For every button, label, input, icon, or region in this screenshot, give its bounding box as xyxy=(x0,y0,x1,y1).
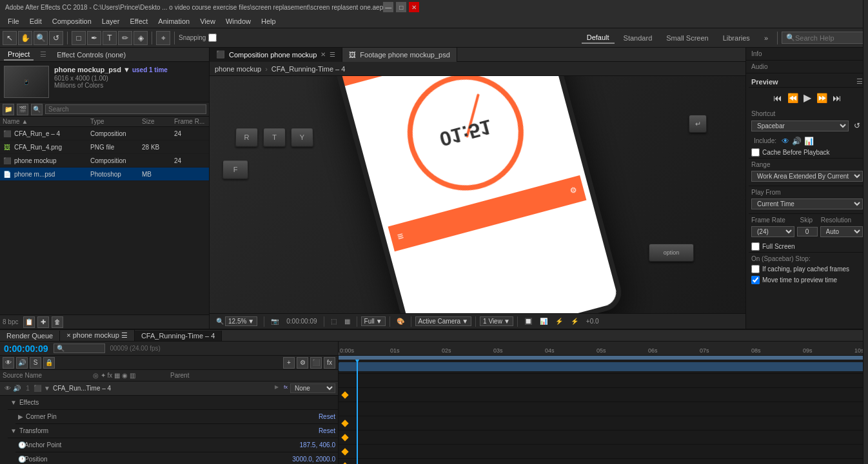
position-row[interactable]: 🕐 Position 3000.0, 2000.0 xyxy=(15,452,338,464)
menu-effect[interactable]: Effect xyxy=(124,16,153,26)
transform-row[interactable]: ▼ Transform Reset xyxy=(8,424,338,438)
move-time-checkbox[interactable] xyxy=(751,276,760,284)
keyframe-anchor-1[interactable] xyxy=(341,420,348,427)
if-caching-checkbox[interactable] xyxy=(751,265,760,273)
new-item-button[interactable]: ✚ xyxy=(37,316,49,328)
list-item[interactable]: ⬛phone mockup Composition 24 xyxy=(0,154,209,168)
menu-window[interactable]: Window xyxy=(221,16,256,26)
layer-audio[interactable]: 🔊 xyxy=(13,385,22,392)
menu-layer[interactable]: Layer xyxy=(97,16,125,26)
zoom-control[interactable]: 🔍 12.5% ▼ xyxy=(213,316,260,326)
timeline-scrollbar-right[interactable] xyxy=(863,0,868,464)
menu-view[interactable]: View xyxy=(195,16,221,26)
anchor-point-value[interactable]: 187.5, 406.0 xyxy=(299,441,335,449)
menu-edit[interactable]: Edit xyxy=(25,16,47,26)
shortcut-reset-button[interactable]: ↺ xyxy=(851,120,863,131)
more-buttons[interactable]: ⬛ xyxy=(310,357,322,369)
comp-tab-close[interactable]: ✕ xyxy=(321,51,326,58)
find-button[interactable]: 🔍 xyxy=(31,104,43,115)
fast-preview[interactable]: ⚡ xyxy=(568,318,581,325)
play-from-dropdown[interactable]: Current Time xyxy=(751,198,863,209)
frame-rate-dropdown[interactable]: (24) xyxy=(751,226,794,237)
switch-1[interactable]: ▶ xyxy=(272,384,281,393)
tool-rotate[interactable]: ↺ xyxy=(49,31,63,45)
tool-hand[interactable]: ✋ xyxy=(18,31,32,45)
tab-project[interactable]: Project xyxy=(4,49,34,61)
first-frame-button[interactable]: ⏮ xyxy=(772,92,784,104)
track-content-layer-1[interactable] xyxy=(339,362,868,371)
timecode-display[interactable]: 0:00:00:09 xyxy=(4,343,48,354)
workspace-small-screen[interactable]: Small Screen xyxy=(661,33,713,43)
comp-tab-phone-mockup[interactable]: ⬛ Composition phone mockup ✕ ☰ xyxy=(210,48,342,62)
layer-visibility[interactable]: 👁 xyxy=(3,385,13,392)
menu-file[interactable]: File xyxy=(3,16,25,26)
keyframe-scale-1[interactable] xyxy=(341,448,348,455)
timeline-ruler[interactable]: 0:00s 01s 02s 03s 04s 05s 06s 07s 08s 09… xyxy=(339,342,868,356)
transform-reset[interactable]: Reset xyxy=(319,427,335,434)
tool-zoom[interactable]: 🔍 xyxy=(34,31,48,45)
menu-animation[interactable]: Animation xyxy=(153,16,195,26)
skip-input[interactable] xyxy=(797,227,818,237)
effects-expand[interactable]: ▼ xyxy=(10,399,17,406)
render-button[interactable]: 🔲 xyxy=(522,318,535,325)
keyframe-pos-1[interactable] xyxy=(341,434,348,441)
fx-toggle[interactable]: fx xyxy=(324,357,335,369)
anchor-point-row[interactable]: 🕐 Anchor Point 187.5, 406.0 xyxy=(15,438,338,452)
zoom-dropdown[interactable]: 12.5% ▼ xyxy=(225,316,257,326)
color-picker[interactable]: 🎨 xyxy=(394,318,407,325)
minimize-button[interactable]: — xyxy=(383,2,393,12)
tl-tab-phone-mockup[interactable]: × phone mockup ☰ xyxy=(60,330,135,341)
search-help-box[interactable]: 🔍 xyxy=(782,32,865,44)
audio-include-icon[interactable]: 🔊 xyxy=(792,137,802,146)
next-frame-button[interactable]: ⏩ xyxy=(815,92,829,104)
tool-select[interactable]: ↖ xyxy=(3,31,17,45)
corner-pin-reset[interactable]: Reset xyxy=(319,413,335,420)
workspace-default[interactable]: Default xyxy=(582,32,615,44)
maximize-button[interactable]: □ xyxy=(396,2,406,12)
list-item[interactable]: ⬛CFA_Run_e – 4 Composition 24 xyxy=(0,127,209,140)
tool-brush[interactable]: ✏ xyxy=(118,31,132,45)
region-of-interest[interactable]: ⬚ xyxy=(328,318,339,325)
timeline-tracks[interactable] xyxy=(339,360,868,464)
tool-shape[interactable]: □ xyxy=(72,31,86,45)
layer-row[interactable]: 👁 🔊 1 ⬛ ▼ CFA_Run...Time – 4 ▶ fx None xyxy=(0,382,338,396)
search-help-input[interactable] xyxy=(795,34,861,42)
opengl-mode[interactable]: ⚡ xyxy=(553,318,566,325)
keyframe-1[interactable] xyxy=(341,391,348,398)
menu-composition[interactable]: Composition xyxy=(47,16,97,26)
list-item[interactable]: 📄phone m...psd Photoshop MB xyxy=(0,168,209,181)
delete-button[interactable]: 🗑 xyxy=(52,316,63,328)
anchor-stopwatch[interactable]: 🕐 xyxy=(18,441,25,449)
lock-toggle[interactable]: 🔒 xyxy=(43,357,55,369)
workspace-libraries[interactable]: Libraries xyxy=(718,33,755,43)
audio-toggle[interactable]: 🔊 xyxy=(16,357,28,369)
menu-help[interactable]: Help xyxy=(256,16,281,26)
fullscreen-checkbox[interactable] xyxy=(751,242,760,251)
tab-effect-controls[interactable]: Effect Controls (none) xyxy=(53,50,130,60)
cache-checkbox[interactable] xyxy=(751,148,760,157)
transparency-grid[interactable]: ▦ xyxy=(342,318,353,325)
project-search-input[interactable] xyxy=(45,104,206,114)
comp-tab-menu-icon[interactable]: ☰ xyxy=(330,51,335,58)
workspace-more[interactable]: » xyxy=(759,33,773,43)
position-value[interactable]: 3000.0, 2000.0 xyxy=(292,456,335,463)
new-layer-button[interactable]: + xyxy=(283,357,295,369)
new-folder-button[interactable]: 📁 xyxy=(3,104,14,115)
overlay-include-icon[interactable]: 📊 xyxy=(804,137,814,146)
play-button[interactable]: ▶ xyxy=(802,90,813,105)
effects-row[interactable]: ▼ Effects xyxy=(8,396,338,410)
playhead[interactable] xyxy=(357,360,358,464)
views-dropdown[interactable]: 1 View ▼ xyxy=(480,316,513,326)
preview-menu-icon[interactable]: ☰ xyxy=(856,77,863,86)
transform-expand[interactable]: ▼ xyxy=(10,427,17,434)
breadcrumb-comp[interactable]: phone mockup xyxy=(215,65,261,73)
snapping-checkbox[interactable] xyxy=(208,34,217,42)
tool-puppet[interactable]: ⌖ xyxy=(156,31,170,45)
resolution-dropdown[interactable]: Auto xyxy=(820,226,863,237)
tool-text[interactable]: T xyxy=(103,31,117,45)
timeline-search[interactable] xyxy=(54,343,105,353)
list-item[interactable]: 🖼CFA_Run_4.png PNG file 28 KB xyxy=(0,140,209,154)
layer-settings[interactable]: ⚙ xyxy=(297,357,308,369)
video-toggle[interactable]: 👁 xyxy=(3,357,14,369)
video-include-icon[interactable]: 👁 xyxy=(782,137,789,146)
